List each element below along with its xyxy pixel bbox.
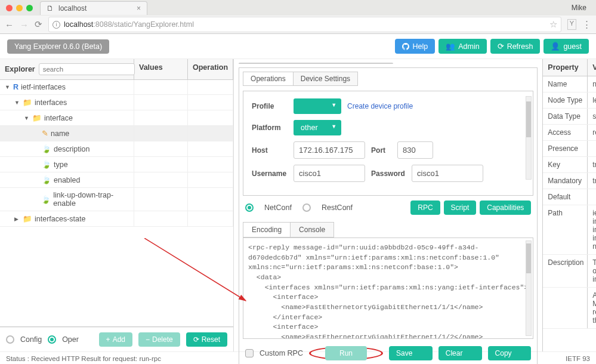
tab-manage-models[interactable]: Manage Models [325, 63, 392, 64]
tree-row[interactable]: ▼📁 interfaces [0, 95, 233, 110]
property-row: Accessread-write [543, 125, 596, 141]
host-input[interactable] [294, 141, 365, 159]
copy-button[interactable]: Copy [488, 346, 532, 360]
value-header: Value [588, 59, 596, 76]
minimize-window-icon[interactable] [16, 5, 23, 11]
clear-button[interactable]: Clear [438, 346, 482, 360]
browser-chrome: 🗋 localhost × Mike ← → ⟳ i localhost:808… [0, 0, 596, 34]
port-label: Port [371, 146, 391, 155]
delete-button[interactable]: − Delete [138, 332, 180, 347]
oper-radio[interactable] [48, 335, 56, 344]
page-icon: 🗋 [47, 4, 54, 13]
properties-pane: Property Value NamenameNode TypeleafData… [542, 59, 596, 351]
restconf-label: RestConf [322, 203, 353, 212]
profile-dropdown[interactable] [294, 98, 341, 114]
profile-label: Profile [252, 102, 288, 110]
tree-row[interactable]: ▶📁 interfaces-state [0, 211, 233, 227]
property-row: Pathietf-interfaces/ interfaces/ interfa… [543, 205, 596, 255]
address-bar[interactable]: i localhost:8088/static/YangExplorer.htm… [48, 17, 561, 32]
url-host: localhost [64, 20, 93, 29]
reset-button[interactable]: ⟳ Reset [186, 332, 227, 347]
platform-dropdown[interactable]: other [294, 120, 341, 135]
tab-collections[interactable]: Collections [273, 63, 325, 64]
property-row: Keytrue [543, 157, 596, 173]
main-content: Build Collections Manage Models Operatio… [234, 59, 542, 351]
window-controls [6, 5, 33, 11]
create-profile-link[interactable]: Create device profile [347, 102, 413, 110]
tree-row[interactable]: ✎ name [0, 126, 233, 141]
custom-rpc-checkbox[interactable] [245, 349, 254, 357]
status-text: Status : Recieved HTTP Result for reques… [6, 355, 161, 362]
help-button[interactable]: Help [395, 39, 435, 54]
platform-label: Platform [252, 124, 288, 132]
tree-view[interactable]: ▼R ietf-interfaces▼📁 interfaces▼📁 interf… [0, 80, 233, 327]
custom-rpc-label: Custom RPC [260, 349, 303, 357]
tree-row[interactable]: 🍃 description [0, 141, 233, 157]
property-row: Presence [543, 141, 596, 157]
host-label: Host [252, 146, 288, 155]
main-tabs: Build Collections Manage Models [239, 63, 393, 64]
tree-row[interactable]: ▼📁 interface [0, 110, 233, 126]
property-row: Node Typeleaf [543, 92, 596, 109]
browser-tab[interactable]: 🗋 localhost × [40, 1, 147, 15]
guest-button[interactable]: 👤 guest [543, 39, 589, 54]
app-title-badge: Yang Explorer 0.6.0 (Beta) [7, 39, 109, 54]
form-scrollbar[interactable] [526, 96, 532, 180]
forward-button: → [20, 20, 29, 30]
property-row: Default [543, 189, 596, 205]
search-input[interactable] [39, 63, 135, 75]
tab-build[interactable]: Build [239, 63, 273, 64]
subtab-operations[interactable]: Operations [243, 72, 294, 85]
username-input[interactable] [294, 165, 365, 182]
username-label: Username [252, 169, 288, 178]
back-button[interactable]: ← [5, 20, 14, 30]
tree-row[interactable]: 🍃 link-up-down-trap-enable [0, 188, 233, 211]
property-row: Data Typestring [543, 109, 596, 125]
oper-label: Oper [62, 335, 79, 344]
code-output[interactable]: <rpc-reply message-id="urn:uuid:a9bbdb2d… [243, 237, 533, 339]
close-window-icon[interactable] [6, 5, 13, 11]
property-row: Mandatorytrue [543, 173, 596, 189]
app-top-bar: Yang Explorer 0.6.0 (Beta) Help 👥 Admin … [0, 34, 596, 59]
config-radio[interactable] [6, 335, 14, 344]
subtab-device-settings[interactable]: Device Settings [294, 72, 357, 85]
tab-title: localhost [58, 4, 87, 13]
script-button[interactable]: Script [444, 200, 477, 215]
close-tab-icon[interactable]: × [137, 4, 141, 13]
url-path: :8088/static/YangExplorer.html [93, 20, 194, 29]
property-row: DescriptionThe name of the interface. [543, 255, 596, 288]
password-input[interactable] [412, 165, 483, 182]
config-label: Config [20, 335, 42, 344]
tree-row[interactable]: 🍃 type [0, 157, 233, 172]
code-scrollbar[interactable] [526, 240, 532, 336]
reload-button[interactable]: ⟳ [35, 19, 42, 30]
tab-console[interactable]: Console [291, 223, 333, 237]
info-icon[interactable]: i [53, 21, 60, 29]
restconf-radio[interactable] [302, 203, 311, 212]
port-input[interactable] [397, 141, 433, 159]
netconf-radio[interactable] [245, 203, 254, 212]
extension-icon[interactable]: Y [567, 19, 576, 30]
bookmark-icon[interactable]: ☆ [549, 19, 557, 30]
tree-row[interactable]: ▼R ietf-interfaces [0, 80, 233, 95]
profile-name[interactable]: Mike [572, 4, 586, 12]
capabilities-button[interactable]: Capabilities [480, 200, 531, 215]
device-form: Profile Create device profile Platform o… [243, 91, 533, 196]
tab-encoding[interactable]: Encoding [243, 223, 291, 237]
tree-row[interactable]: 🍃 enabled [0, 172, 233, 188]
values-header: Values [134, 59, 188, 79]
operation-header: Operation [188, 59, 233, 79]
rpc-button[interactable]: RPC [410, 200, 440, 215]
admin-button[interactable]: 👥 Admin [438, 39, 486, 54]
explorer-header: Explorer [5, 65, 35, 73]
property-row: A device MAY restrict the [543, 288, 596, 329]
maximize-window-icon[interactable] [26, 5, 33, 11]
password-label: Password [371, 169, 406, 178]
save-button[interactable]: Save [389, 346, 433, 360]
menu-icon[interactable]: ⋮ [582, 19, 591, 30]
annotation-circle: Run [309, 347, 383, 360]
netconf-label: NetConf [264, 203, 292, 212]
add-button[interactable]: + Add [99, 332, 132, 347]
refresh-button[interactable]: ⟳ Refresh [490, 39, 541, 54]
run-button[interactable]: Run [325, 346, 367, 360]
